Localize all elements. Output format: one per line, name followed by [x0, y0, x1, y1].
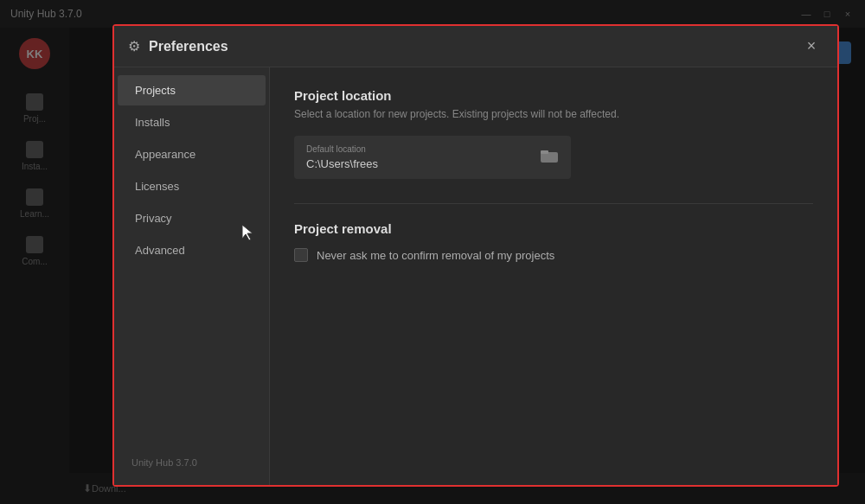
- nav-label-licenses: Licenses: [135, 180, 179, 193]
- nav-item-advanced[interactable]: Advanced: [118, 235, 266, 265]
- nav-item-appearance[interactable]: Appearance: [118, 139, 266, 169]
- nav-item-licenses[interactable]: Licenses: [118, 171, 266, 201]
- project-location-section: Project location Select a location for n…: [294, 88, 813, 179]
- preferences-dialog: ⚙ Preferences × Projects Installs Appear…: [112, 24, 839, 487]
- project-removal-section: Project removal Never ask me to confirm …: [294, 221, 813, 262]
- nav-label-installs: Installs: [135, 116, 170, 129]
- nav-item-installs[interactable]: Installs: [118, 107, 266, 137]
- dialog-sidebar: Projects Installs Appearance Licenses Pr…: [114, 67, 270, 485]
- location-box: Default location C:\Users\frees: [294, 136, 571, 179]
- dialog-titlebar: ⚙ Preferences ×: [114, 26, 837, 67]
- project-removal-title: Project removal: [294, 221, 813, 236]
- svg-rect-1: [541, 150, 548, 154]
- project-location-title: Project location: [294, 88, 813, 103]
- project-location-subtitle: Select a location for new projects. Exis…: [294, 108, 813, 120]
- location-info: Default location C:\Users\frees: [306, 144, 378, 170]
- nav-label-advanced: Advanced: [135, 244, 185, 257]
- confirm-removal-label: Never ask me to confirm removal of my pr…: [317, 249, 554, 262]
- dialog-body: Projects Installs Appearance Licenses Pr…: [114, 67, 837, 485]
- nav-label-appearance: Appearance: [135, 148, 195, 161]
- dialog-close-button[interactable]: ×: [799, 35, 823, 59]
- confirm-removal-row: Never ask me to confirm removal of my pr…: [294, 248, 813, 262]
- location-path: C:\Users\frees: [306, 157, 378, 170]
- nav-label-privacy: Privacy: [135, 212, 172, 225]
- dialog-content-area: Project location Select a location for n…: [270, 67, 837, 485]
- nav-item-privacy[interactable]: Privacy: [118, 203, 266, 233]
- confirm-removal-checkbox[interactable]: [294, 248, 308, 262]
- dialog-title: Preferences: [149, 39, 799, 54]
- folder-browse-button[interactable]: [540, 148, 559, 168]
- location-label: Default location: [306, 144, 378, 154]
- section-divider: [294, 203, 813, 204]
- dialog-sidebar-version: Unity Hub 3.7.0: [114, 447, 269, 478]
- gear-icon: ⚙: [128, 38, 140, 54]
- nav-label-projects: Projects: [135, 84, 176, 97]
- nav-item-projects[interactable]: Projects: [118, 75, 266, 105]
- dialog-nav-list: Projects Installs Appearance Licenses Pr…: [114, 74, 269, 266]
